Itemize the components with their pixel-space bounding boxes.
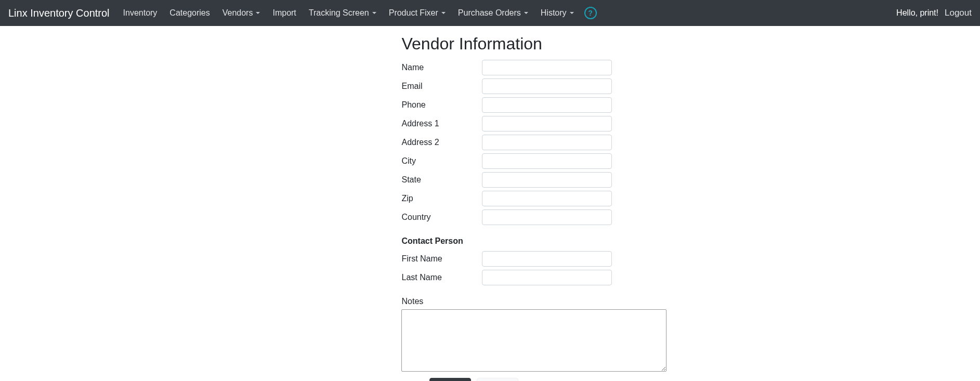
row-name: Name bbox=[401, 60, 770, 75]
main-container: Vendor Information Name Email Phone Addr… bbox=[194, 26, 787, 381]
nav-import[interactable]: Import bbox=[267, 4, 301, 22]
nav-vendors[interactable]: Vendors bbox=[217, 4, 266, 22]
label-state: State bbox=[401, 175, 482, 185]
row-country: Country bbox=[401, 209, 770, 225]
nav-tracking-label: Tracking Screen bbox=[309, 8, 369, 18]
row-state: State bbox=[401, 172, 770, 188]
chevron-down-icon bbox=[372, 12, 376, 14]
chevron-down-icon bbox=[524, 12, 528, 14]
contact-heading: Contact Person bbox=[401, 237, 770, 246]
row-city: City bbox=[401, 153, 770, 169]
row-email: Email bbox=[401, 78, 770, 94]
navbar: Linx Inventory Control Inventory Categor… bbox=[0, 0, 980, 26]
nav-purchase-orders[interactable]: Purchase Orders bbox=[453, 4, 533, 22]
nav-vendors-label: Vendors bbox=[223, 8, 253, 18]
greeting-text: Hello, print! bbox=[896, 8, 938, 18]
input-last-name[interactable] bbox=[482, 270, 612, 285]
label-name: Name bbox=[401, 63, 482, 72]
input-city[interactable] bbox=[482, 153, 612, 169]
label-country: Country bbox=[401, 213, 482, 222]
input-state[interactable] bbox=[482, 172, 612, 188]
row-address2: Address 2 bbox=[401, 135, 770, 150]
label-city: City bbox=[401, 156, 482, 166]
row-zip: Zip bbox=[401, 191, 770, 206]
cancel-button[interactable]: Cancel bbox=[429, 378, 471, 381]
submit-button[interactable]: Submit bbox=[477, 378, 518, 381]
nav-tracking-screen[interactable]: Tracking Screen bbox=[304, 4, 382, 22]
input-address2[interactable] bbox=[482, 135, 612, 150]
row-last-name: Last Name bbox=[401, 270, 770, 285]
input-country[interactable] bbox=[482, 209, 612, 225]
input-address1[interactable] bbox=[482, 116, 612, 132]
nav-import-label: Import bbox=[272, 8, 296, 18]
chevron-down-icon bbox=[256, 12, 260, 14]
label-notes: Notes bbox=[401, 297, 770, 306]
label-email: Email bbox=[401, 82, 482, 91]
content-column: Vendor Information Name Email Phone Addr… bbox=[394, 34, 778, 381]
label-address2: Address 2 bbox=[401, 138, 482, 147]
input-first-name[interactable] bbox=[482, 251, 612, 267]
page-title: Vendor Information bbox=[401, 34, 770, 54]
input-phone[interactable] bbox=[482, 97, 612, 113]
label-last-name: Last Name bbox=[401, 273, 482, 282]
input-email[interactable] bbox=[482, 78, 612, 94]
button-row: Cancel Submit bbox=[401, 378, 770, 381]
nav-categories[interactable]: Categories bbox=[164, 4, 215, 22]
label-zip: Zip bbox=[401, 194, 482, 203]
textarea-notes[interactable] bbox=[401, 309, 667, 372]
row-first-name: First Name bbox=[401, 251, 770, 267]
chevron-down-icon bbox=[570, 12, 574, 14]
label-phone: Phone bbox=[401, 100, 482, 110]
row-phone: Phone bbox=[401, 97, 770, 113]
logout-link[interactable]: Logout bbox=[945, 8, 972, 18]
nav-product-fixer[interactable]: Product Fixer bbox=[384, 4, 451, 22]
navbar-nav: Inventory Categories Vendors Import Trac… bbox=[118, 4, 897, 22]
row-address1: Address 1 bbox=[401, 116, 770, 132]
label-first-name: First Name bbox=[401, 254, 482, 264]
input-name[interactable] bbox=[482, 60, 612, 75]
nav-inventory[interactable]: Inventory bbox=[118, 4, 163, 22]
chevron-down-icon bbox=[441, 12, 446, 14]
label-address1: Address 1 bbox=[401, 119, 482, 128]
help-icon[interactable]: ? bbox=[584, 7, 597, 19]
nav-history[interactable]: History bbox=[535, 4, 579, 22]
navbar-brand[interactable]: Linx Inventory Control bbox=[8, 7, 110, 19]
nav-categories-label: Categories bbox=[169, 8, 210, 18]
nav-product-fixer-label: Product Fixer bbox=[389, 8, 438, 18]
navbar-right: Hello, print! Logout bbox=[896, 8, 972, 18]
nav-inventory-label: Inventory bbox=[123, 8, 158, 18]
nav-history-label: History bbox=[541, 8, 567, 18]
nav-purchase-orders-label: Purchase Orders bbox=[458, 8, 521, 18]
input-zip[interactable] bbox=[482, 191, 612, 206]
